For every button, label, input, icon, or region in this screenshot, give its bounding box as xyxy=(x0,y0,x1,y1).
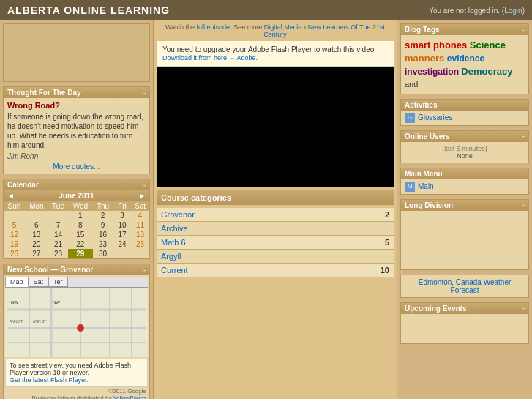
calendar-prev[interactable]: ◄ xyxy=(7,192,15,200)
calendar-day[interactable]: 16 xyxy=(93,230,113,239)
tag-manners[interactable]: manners xyxy=(405,53,447,64)
calendar-day[interactable]: 19 xyxy=(4,239,25,249)
online-users-label: Online Users xyxy=(405,133,450,141)
site-title: ALBERTA ONLINE LEARNING xyxy=(7,4,170,16)
course-cat-count: 2 xyxy=(323,208,394,222)
blog-tags-label: Blog Tags xyxy=(405,26,440,34)
upcoming-events-collapse[interactable]: - xyxy=(522,305,525,312)
main-menu-label: Main Menu xyxy=(405,170,443,178)
course-cat-name[interactable]: Grovenor xyxy=(161,210,195,219)
adobe-download-link[interactable]: Download it from here → Adobe. xyxy=(162,54,258,61)
calendar-day[interactable]: 23 xyxy=(93,239,113,249)
main-menu-header: Main Menu - xyxy=(401,168,528,179)
course-cat-row[interactable]: Math 65 xyxy=(157,236,394,250)
calendar-day[interactable]: 24 xyxy=(113,239,132,249)
cal-day-mon: Mon xyxy=(25,201,48,211)
calendar-day[interactable]: 8 xyxy=(68,220,92,230)
calendar-day[interactable]: 20 xyxy=(25,239,48,249)
long-division-content xyxy=(401,211,528,269)
calendar-day[interactable]: 10 xyxy=(113,220,132,230)
map-tab-sat[interactable]: Sat xyxy=(29,277,49,287)
course-cat-row[interactable]: Argyll xyxy=(157,250,394,264)
course-cat-row[interactable]: Current10 xyxy=(157,264,394,277)
digital-media-link[interactable]: Digital Media xyxy=(264,23,302,31)
calendar-day[interactable]: 3 xyxy=(113,211,132,220)
thought-text: If someone is going down the wrong road,… xyxy=(7,112,146,150)
course-cat-row[interactable]: Archive xyxy=(157,222,394,236)
calendar-day[interactable]: 21 xyxy=(48,239,69,249)
calendar-day[interactable]: 4 xyxy=(131,211,149,220)
calendar-day[interactable]: 18 xyxy=(131,230,149,239)
calendar-day[interactable]: 1 xyxy=(68,211,92,220)
grovenor-collapse[interactable]: - xyxy=(143,266,146,274)
map-tab-ter[interactable]: Ter xyxy=(48,277,68,287)
tag-smart-phones[interactable]: smart phones xyxy=(405,40,470,51)
video-black-area xyxy=(157,67,394,187)
calendar-day[interactable]: 9 xyxy=(93,220,113,230)
long-division-collapse[interactable]: - xyxy=(522,201,525,209)
svg-text:ANN ST: ANN ST xyxy=(33,319,46,324)
cal-day-wed: Wed xyxy=(68,201,92,211)
calendar-day[interactable]: 2 xyxy=(93,211,113,220)
weather-content: Edmonton, Canada Weather Forecast xyxy=(401,275,528,297)
calendar-day[interactable]: 7 xyxy=(48,220,69,230)
calendar-day[interactable]: 12 xyxy=(4,230,25,239)
weather-link[interactable]: Edmonton, Canada Weather Forecast xyxy=(419,278,512,294)
yellowpages-link[interactable]: YellowPages xyxy=(113,395,146,399)
calendar-table: Sun Mon Tue Wed Thu Fri Sat 123456789101… xyxy=(4,201,149,258)
thought-author: Jim Rohn xyxy=(7,152,146,160)
calendar-day[interactable]: 27 xyxy=(25,249,48,258)
calendar-day[interactable]: 14 xyxy=(48,230,69,239)
calendar-day[interactable]: 26 xyxy=(4,249,25,258)
calendar-day[interactable]: 13 xyxy=(25,230,48,239)
grovenor-label: New School — Grovenor xyxy=(7,266,93,274)
calendar-day[interactable]: 29 xyxy=(68,249,92,258)
calendar-next[interactable]: ► xyxy=(138,192,146,200)
calendar-day[interactable]: 5 xyxy=(4,220,25,230)
tag-investigation[interactable]: investigation xyxy=(405,67,461,77)
activities-glossaries[interactable]: G Glossaries xyxy=(401,111,528,125)
flash-player-link[interactable]: Get the latest Flash Player. xyxy=(10,376,89,384)
video-caption: Watch the full episode. See more Digital… xyxy=(157,23,394,38)
long-division-header: Long Division - xyxy=(401,200,528,211)
center-content: Watch the full episode. See more Digital… xyxy=(154,20,397,399)
tag-and[interactable]: and xyxy=(405,80,418,89)
full-episode-link[interactable]: full episode xyxy=(197,23,231,31)
tag-evidence[interactable]: evidence xyxy=(447,53,484,64)
calendar-collapse[interactable]: - xyxy=(143,182,146,189)
more-quotes-link[interactable]: More quotes... xyxy=(53,163,100,171)
main-menu-collapse[interactable]: - xyxy=(522,170,525,177)
blog-tags-collapse[interactable]: - xyxy=(522,26,525,34)
activities-header: Activities - xyxy=(401,100,528,111)
activities-collapse[interactable]: - xyxy=(522,101,525,108)
calendar-day[interactable]: 28 xyxy=(48,249,69,258)
tag-democracy[interactable]: Democracy xyxy=(461,66,512,77)
grovenor-header: New School — Grovenor - xyxy=(4,264,149,275)
calendar-day[interactable]: 17 xyxy=(113,230,132,239)
online-users-collapse[interactable]: - xyxy=(522,133,525,140)
tag-science[interactable]: Science xyxy=(470,40,506,51)
calendar-day[interactable]: 30 xyxy=(93,249,113,258)
weather-block: Edmonton, Canada Weather Forecast xyxy=(400,275,529,298)
long-division-label: Long Division xyxy=(405,201,453,209)
calendar-day[interactable]: 25 xyxy=(131,239,149,249)
header: ALBERTA ONLINE LEARNING You are not logg… xyxy=(0,0,532,20)
calendar-day[interactable]: 6 xyxy=(25,220,48,230)
cal-day-fri: Fri xyxy=(113,201,132,211)
main-link[interactable]: Main xyxy=(418,182,434,190)
calendar-day[interactable]: 22 xyxy=(68,239,92,249)
main-menu-main[interactable]: M Main xyxy=(401,179,528,194)
login-link[interactable]: Login xyxy=(504,7,522,15)
calendar-day[interactable]: 11 xyxy=(131,220,149,230)
course-cat-name[interactable]: Argyll xyxy=(161,252,181,261)
course-cat-name[interactable]: Current xyxy=(161,266,188,275)
course-cat-name[interactable]: Archive xyxy=(161,224,188,233)
thought-collapse[interactable]: - xyxy=(143,89,146,97)
glossaries-link[interactable]: Glossaries xyxy=(418,113,452,122)
course-cat-count: 5 xyxy=(323,236,394,250)
map-tab-map[interactable]: Map xyxy=(5,277,29,287)
course-cat-row[interactable]: Grovenor2 xyxy=(157,208,394,222)
calendar-day[interactable]: 15 xyxy=(68,230,92,239)
course-cat-name[interactable]: Math 6 xyxy=(161,238,186,247)
flash-notice-text: To see street view, you need Adobe Flash… xyxy=(10,362,131,376)
